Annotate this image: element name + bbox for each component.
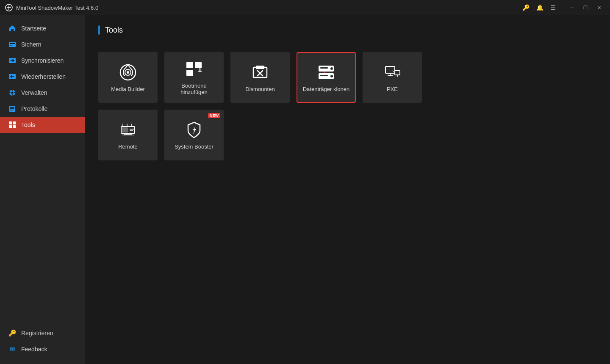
page-title-accent-bar xyxy=(98,25,100,35)
tool-dismounten[interactable]: Dismounten xyxy=(230,52,290,103)
sidebar-label-startseite: Startseite xyxy=(21,25,46,32)
remote-label: Remote xyxy=(115,143,141,150)
pxe-icon xyxy=(383,63,402,82)
page-title-row: Tools xyxy=(98,25,596,40)
window-controls: ─ ❐ ✕ xyxy=(566,3,605,12)
svg-rect-3 xyxy=(10,45,12,46)
sidebar-item-sichern[interactable]: Sichern xyxy=(0,36,85,52)
sidebar-item-synchronisieren[interactable]: Synchronisieren xyxy=(0,52,85,69)
svg-rect-15 xyxy=(10,110,13,110)
svg-rect-9 xyxy=(12,94,13,96)
svg-rect-16 xyxy=(9,121,12,124)
svg-rect-8 xyxy=(12,90,13,91)
svg-rect-29 xyxy=(256,66,264,69)
clone-icon xyxy=(317,63,336,82)
tool-media-builder[interactable]: Media Builder xyxy=(98,52,158,103)
svg-rect-24 xyxy=(195,62,202,68)
svg-rect-13 xyxy=(10,107,14,108)
key-sidebar-icon: 🔑 xyxy=(8,329,16,337)
sidebar-item-wiederherstellen[interactable]: Wiederherstellen xyxy=(0,69,85,85)
main-layout: Startseite Sichern xyxy=(0,15,610,364)
svg-rect-34 xyxy=(320,67,328,69)
home-icon xyxy=(8,25,16,32)
sidebar: Startseite Sichern xyxy=(0,15,85,364)
tool-system-booster[interactable]: NEW System Booster xyxy=(164,110,224,160)
tool-remote[interactable]: Remote xyxy=(98,110,158,160)
tool-bootmenu[interactable]: Bootmenü hinzufügen xyxy=(164,52,224,103)
sidebar-item-startseite[interactable]: Startseite xyxy=(0,20,85,36)
bootmenu-icon xyxy=(185,60,203,78)
svg-rect-44 xyxy=(122,127,128,132)
sidebar-item-feedback[interactable]: ✉ Feedback xyxy=(0,341,85,357)
page-title: Tools xyxy=(105,26,123,35)
menu-icon[interactable]: ☰ xyxy=(550,4,556,11)
svg-rect-38 xyxy=(385,66,395,73)
system-booster-label: System Booster xyxy=(171,143,217,150)
sidebar-label-verwalten: Verwalten xyxy=(21,89,47,96)
tool-pxe[interactable]: PXE xyxy=(363,52,422,103)
mail-icon: ✉ xyxy=(8,345,16,353)
sidebar-label-registrieren: Registrieren xyxy=(21,330,53,336)
booster-icon xyxy=(185,121,203,139)
sidebar-item-registrieren[interactable]: 🔑 Registrieren xyxy=(0,325,85,341)
svg-rect-23 xyxy=(186,62,193,68)
svg-rect-1 xyxy=(9,42,16,47)
sidebar-label-sichern: Sichern xyxy=(21,41,41,48)
svg-rect-14 xyxy=(10,108,14,109)
svg-point-36 xyxy=(330,75,333,77)
maximize-button[interactable]: ❐ xyxy=(580,3,591,12)
manage-icon xyxy=(8,89,16,97)
svg-rect-2 xyxy=(10,43,15,44)
svg-rect-37 xyxy=(320,75,328,76)
app-title: MiniTool ShadowMaker Test 4.6.0 xyxy=(16,5,98,11)
title-bar-left: MiniTool ShadowMaker Test 4.6.0 xyxy=(5,4,98,11)
svg-rect-41 xyxy=(395,71,400,75)
svg-rect-19 xyxy=(13,125,16,128)
restore-icon xyxy=(8,73,16,80)
sidebar-label-synchronisieren: Synchronisieren xyxy=(21,57,64,64)
key-icon[interactable]: 🔑 xyxy=(522,4,530,11)
svg-rect-11 xyxy=(14,92,15,93)
svg-rect-17 xyxy=(13,121,16,124)
content-area: Tools Media Builder xyxy=(85,15,610,364)
sidebar-item-tools[interactable]: Tools xyxy=(0,117,85,133)
tools-row-1: Media Builder Bootmenü hinzufügen xyxy=(98,52,596,103)
close-button[interactable]: ✕ xyxy=(593,3,605,12)
sidebar-label-feedback: Feedback xyxy=(21,346,47,353)
svg-point-33 xyxy=(330,67,333,70)
dismounten-label: Dismounten xyxy=(242,86,278,92)
new-badge: NEW xyxy=(208,113,220,118)
remote-icon xyxy=(119,121,137,139)
svg-rect-10 xyxy=(9,92,11,93)
sidebar-bottom: 🔑 Registrieren ✉ Feedback xyxy=(0,318,85,364)
tool-datentraeger-klonen[interactable]: Datenträger klonen xyxy=(297,52,356,103)
sidebar-label-protokolle: Protokolle xyxy=(21,105,47,112)
notification-icon[interactable]: 🔔 xyxy=(536,4,543,11)
svg-point-7 xyxy=(11,92,14,94)
sidebar-label-wiederherstellen: Wiederherstellen xyxy=(21,73,66,80)
media-builder-label: Media Builder xyxy=(108,86,148,92)
app-logo-icon xyxy=(5,4,13,11)
logs-icon xyxy=(8,105,16,113)
datentraeger-klonen-label: Datenträger klonen xyxy=(299,86,353,92)
svg-rect-18 xyxy=(9,125,12,128)
sidebar-item-verwalten[interactable]: Verwalten xyxy=(0,85,85,101)
svg-point-22 xyxy=(127,71,129,74)
svg-rect-25 xyxy=(186,70,193,76)
dismount-icon xyxy=(251,63,269,82)
sidebar-nav: Startseite Sichern xyxy=(0,15,85,318)
tools-grid: Media Builder Bootmenü hinzufügen xyxy=(98,52,596,160)
backup-icon xyxy=(8,41,16,48)
media-builder-icon xyxy=(119,63,137,82)
sync-icon xyxy=(8,57,16,64)
svg-rect-27 xyxy=(200,68,201,72)
title-bar-right: 🔑 🔔 ☰ ─ ❐ ✕ xyxy=(522,3,605,12)
sidebar-item-protokolle[interactable]: Protokolle xyxy=(0,101,85,117)
minimize-button[interactable]: ─ xyxy=(566,3,578,12)
tools-icon xyxy=(8,121,16,129)
bootmenu-label: Bootmenü hinzufügen xyxy=(165,83,223,95)
pxe-label: PXE xyxy=(383,86,401,92)
sidebar-label-tools: Tools xyxy=(21,121,35,128)
title-bar: MiniTool ShadowMaker Test 4.6.0 🔑 🔔 ☰ ─ … xyxy=(0,0,610,15)
tools-row-2: Remote NEW System Booster xyxy=(98,110,596,160)
